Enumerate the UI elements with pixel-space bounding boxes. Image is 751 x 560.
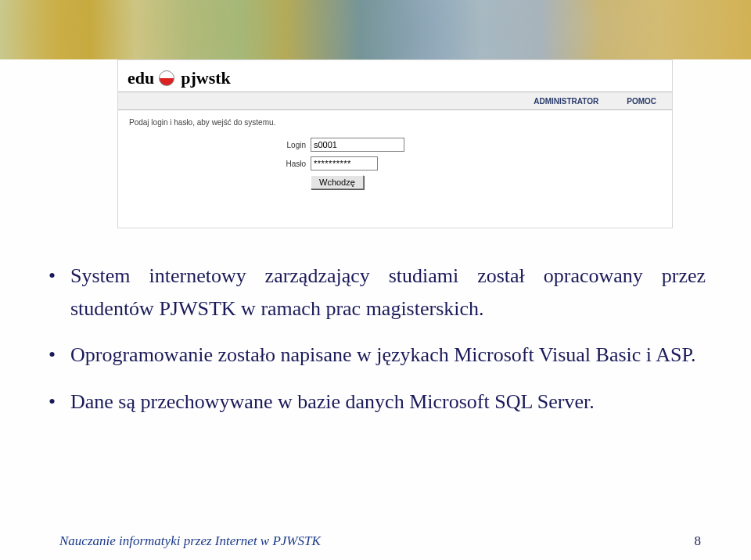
page-number: 8 xyxy=(695,533,702,549)
login-form: Login Hasło Wchodzę xyxy=(267,138,672,189)
nav-help[interactable]: POMOC xyxy=(627,97,656,106)
bullet-dot: • xyxy=(49,260,70,325)
slide-content: • System internetowy zarządzający studia… xyxy=(49,260,706,432)
login-panel: edu pjwstk ADMINISTRATOR POMOC Podaj log… xyxy=(117,59,673,228)
login-input[interactable] xyxy=(311,138,404,152)
footer-text: Nauczanie informatyki przez Internet w P… xyxy=(59,533,321,549)
password-row: Hasło xyxy=(267,156,672,171)
login-prompt: Podaj login i hasło, aby wejść do system… xyxy=(118,110,672,131)
login-label: Login xyxy=(267,141,311,149)
footer: Nauczanie informatyki przez Internet w P… xyxy=(59,533,701,549)
bullet-dot: • xyxy=(49,339,70,372)
bullet-text-3: Dane są przechowywane w bazie danych Mic… xyxy=(70,386,706,418)
polish-flag-icon xyxy=(159,70,174,86)
bullet-item-1: • System internetowy zarządzający studia… xyxy=(49,260,706,325)
bullet-item-2: • Oprogramowanie zostało napisane w języ… xyxy=(49,339,706,372)
logo-edu: edu xyxy=(128,68,154,88)
bullet-text-2: Oprogramowanie zostało napisane w języka… xyxy=(70,339,706,372)
nav-administrator[interactable]: ADMINISTRATOR xyxy=(534,97,598,106)
login-row: Login xyxy=(267,138,672,152)
bullet-text-1: System internetowy zarządzający studiami… xyxy=(70,260,706,325)
submit-row: Wchodzę xyxy=(311,175,672,189)
password-input[interactable] xyxy=(311,156,378,171)
nav-bar: ADMINISTRATOR POMOC xyxy=(118,92,672,110)
decorative-header-background xyxy=(0,0,751,59)
submit-button[interactable]: Wchodzę xyxy=(311,175,364,189)
bullet-item-3: • Dane są przechowywane w bazie danych M… xyxy=(49,386,706,418)
password-label: Hasło xyxy=(267,160,311,168)
logo-pjwstk: pjwstk xyxy=(181,68,231,88)
logo-row: edu pjwstk xyxy=(118,60,672,92)
bullet-dot: • xyxy=(49,386,70,418)
